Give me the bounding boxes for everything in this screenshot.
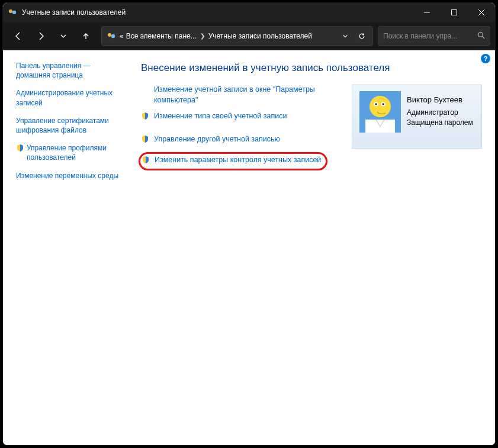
app-icon bbox=[8, 8, 17, 17]
svg-point-0 bbox=[9, 9, 12, 13]
forward-button[interactable] bbox=[30, 25, 52, 47]
avatar bbox=[359, 91, 401, 133]
sidebar-home-label-1: Панель управления — bbox=[16, 62, 91, 70]
account-role: Администратор bbox=[407, 108, 473, 118]
svg-point-7 bbox=[111, 34, 115, 37]
account-actions: Изменение учетной записи в окне "Парамет… bbox=[141, 85, 342, 176]
refresh-button[interactable] bbox=[354, 28, 370, 44]
page-title: Внесение изменений в учетную запись поль… bbox=[141, 62, 482, 74]
svg-point-6 bbox=[108, 33, 111, 37]
breadcrumb-segment-2[interactable]: Учетные записи пользователей bbox=[208, 32, 312, 40]
sidebar-home-label-2: домашняя страница bbox=[16, 71, 83, 79]
shield-icon bbox=[141, 112, 150, 124]
account-info: Виктор Бухтеев Администратор Защищена па… bbox=[407, 91, 473, 128]
sidebar-item-label: Изменение переменных среды bbox=[16, 171, 118, 181]
sidebar: Панель управления — домашняя страница Ад… bbox=[3, 50, 124, 445]
address-icon bbox=[107, 31, 116, 41]
sidebar-home[interactable]: Панель управления — домашняя страница bbox=[16, 61, 120, 80]
shield-icon bbox=[142, 156, 151, 167]
close-button[interactable] bbox=[468, 3, 495, 22]
sidebar-item-label: Управление профилями пользователей bbox=[27, 143, 120, 162]
svg-point-15 bbox=[383, 104, 384, 105]
window-controls bbox=[413, 3, 495, 22]
breadcrumb-prefix: « bbox=[120, 32, 124, 40]
svg-line-9 bbox=[483, 36, 485, 38]
account-card: Виктор Бухтеев Администратор Защищена па… bbox=[352, 85, 482, 149]
back-button[interactable] bbox=[8, 25, 29, 47]
link-uac-highlighted[interactable]: Изменить параметры контроля учетных запи… bbox=[141, 152, 342, 170]
sidebar-item-profiles[interactable]: Управление профилями пользователей bbox=[16, 143, 120, 162]
svg-point-8 bbox=[478, 32, 483, 37]
svg-point-1 bbox=[12, 11, 16, 14]
recent-button[interactable] bbox=[53, 25, 74, 47]
shield-icon bbox=[141, 135, 150, 147]
shield-icon bbox=[16, 144, 24, 154]
sidebar-item-label: Управление сертификатами шифрования файл… bbox=[16, 116, 120, 135]
toolbar: « Все элементы пане... ❯ Учетные записи … bbox=[3, 22, 495, 50]
content-area: ? Панель управления — домашняя страница … bbox=[3, 50, 495, 445]
link-manage-other[interactable]: Управление другой учетной записью bbox=[141, 134, 342, 147]
address-dropdown-button[interactable] bbox=[337, 28, 354, 44]
search-input[interactable] bbox=[383, 32, 477, 40]
address-bar[interactable]: « Все элементы пане... ❯ Учетные записи … bbox=[101, 26, 373, 46]
svg-point-13 bbox=[375, 104, 377, 105]
window-title: Учетные записи пользователей bbox=[22, 8, 413, 17]
account-protection: Защищена паролем bbox=[407, 118, 473, 128]
maximize-button[interactable] bbox=[441, 3, 468, 22]
search-icon[interactable] bbox=[477, 31, 485, 41]
sidebar-item-env[interactable]: Изменение переменных среды bbox=[16, 171, 120, 181]
link-change-in-settings[interactable]: Изменение учетной записи в окне "Парамет… bbox=[141, 85, 342, 105]
help-icon[interactable]: ? bbox=[481, 54, 490, 63]
svg-rect-3 bbox=[452, 10, 457, 15]
search-bar[interactable] bbox=[378, 26, 490, 46]
sidebar-item-admin[interactable]: Администрирование учетных записей bbox=[16, 88, 120, 107]
breadcrumb-segment-1[interactable]: Все элементы пане... bbox=[126, 32, 197, 40]
window-root: Учетные записи пользователей bbox=[2, 2, 496, 446]
title-bar: Учетные записи пользователей bbox=[3, 3, 495, 22]
sidebar-item-cert[interactable]: Управление сертификатами шифрования файл… bbox=[16, 116, 120, 135]
link-change-type[interactable]: Изменение типа своей учетной записи bbox=[141, 111, 342, 124]
up-button[interactable] bbox=[75, 25, 97, 47]
main-panel: Внесение изменений в учетную запись поль… bbox=[124, 50, 495, 445]
account-name: Виктор Бухтеев bbox=[407, 95, 473, 105]
minimize-button[interactable] bbox=[413, 3, 441, 22]
sidebar-item-label: Администрирование учетных записей bbox=[16, 88, 120, 107]
chevron-right-icon: ❯ bbox=[200, 33, 205, 39]
